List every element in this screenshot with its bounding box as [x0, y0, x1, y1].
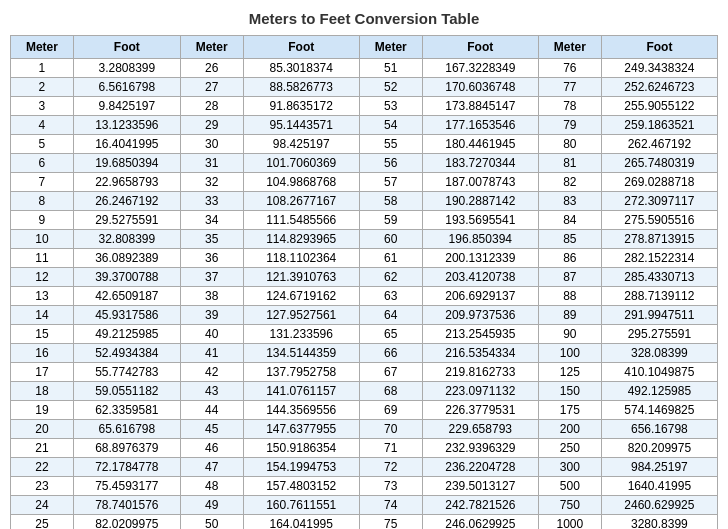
table-cell: 59.0551182	[73, 382, 180, 401]
table-cell: 410.1049875	[601, 363, 717, 382]
table-cell: 63	[359, 287, 422, 306]
table-cell: 62.3359581	[73, 401, 180, 420]
table-cell: 27	[180, 78, 243, 97]
table-row: 1652.493438441134.514435966216.535433410…	[11, 344, 718, 363]
table-cell: 23	[11, 477, 74, 496]
table-cell: 48	[180, 477, 243, 496]
table-cell: 20	[11, 420, 74, 439]
table-cell: 57	[359, 173, 422, 192]
table-cell: 183.7270344	[422, 154, 538, 173]
table-cell: 118.1102364	[243, 249, 359, 268]
table-row: 826.246719233108.267716758190.2887142832…	[11, 192, 718, 211]
table-row: 1032.80839935114.829396560196.8503948527…	[11, 230, 718, 249]
table-cell: 59	[359, 211, 422, 230]
table-cell: 53	[359, 97, 422, 116]
table-header-row: Meter Foot Meter Foot Meter Foot Meter F…	[11, 36, 718, 59]
col-meter-4: Meter	[538, 36, 601, 59]
table-cell: 40	[180, 325, 243, 344]
table-cell: 14	[11, 306, 74, 325]
table-cell: 33	[180, 192, 243, 211]
table-cell: 17	[11, 363, 74, 382]
table-cell: 47	[180, 458, 243, 477]
table-cell: 278.8713915	[601, 230, 717, 249]
table-cell: 200	[538, 420, 601, 439]
table-cell: 52	[359, 78, 422, 97]
table-cell: 272.3097117	[601, 192, 717, 211]
table-cell: 80	[538, 135, 601, 154]
col-foot-2: Foot	[243, 36, 359, 59]
table-cell: 64	[359, 306, 422, 325]
table-cell: 71	[359, 439, 422, 458]
table-cell: 232.9396329	[422, 439, 538, 458]
table-cell: 104.9868768	[243, 173, 359, 192]
table-cell: 8	[11, 192, 74, 211]
table-cell: 36.0892389	[73, 249, 180, 268]
table-cell: 187.0078743	[422, 173, 538, 192]
table-cell: 54	[359, 116, 422, 135]
table-cell: 77	[538, 78, 601, 97]
table-cell: 55	[359, 135, 422, 154]
table-cell: 26.2467192	[73, 192, 180, 211]
table-cell: 75	[359, 515, 422, 530]
table-cell: 76	[538, 59, 601, 78]
table-cell: 65	[359, 325, 422, 344]
table-cell: 275.5905516	[601, 211, 717, 230]
table-cell: 219.8162733	[422, 363, 538, 382]
col-foot-1: Foot	[73, 36, 180, 59]
table-cell: 137.7952758	[243, 363, 359, 382]
table-cell: 134.5144359	[243, 344, 359, 363]
table-cell: 88	[538, 287, 601, 306]
table-cell: 288.7139112	[601, 287, 717, 306]
table-cell: 144.3569556	[243, 401, 359, 420]
table-cell: 269.0288718	[601, 173, 717, 192]
table-cell: 65.616798	[73, 420, 180, 439]
table-cell: 265.7480319	[601, 154, 717, 173]
table-cell: 291.9947511	[601, 306, 717, 325]
table-cell: 500	[538, 477, 601, 496]
table-cell: 12	[11, 268, 74, 287]
table-cell: 72	[359, 458, 422, 477]
table-cell: 150.9186354	[243, 439, 359, 458]
table-cell: 39.3700788	[73, 268, 180, 287]
table-cell: 36	[180, 249, 243, 268]
table-cell: 78.7401576	[73, 496, 180, 515]
table-cell: 108.2677167	[243, 192, 359, 211]
table-cell: 175	[538, 401, 601, 420]
table-cell: 124.6719162	[243, 287, 359, 306]
table-cell: 16.4041995	[73, 135, 180, 154]
table-cell: 25	[11, 515, 74, 530]
table-cell: 101.7060369	[243, 154, 359, 173]
table-cell: 252.6246723	[601, 78, 717, 97]
table-cell: 167.3228349	[422, 59, 538, 78]
table-row: 2478.740157649160.761155174242.782152675…	[11, 496, 718, 515]
table-cell: 21	[11, 439, 74, 458]
table-cell: 7	[11, 173, 74, 192]
table-cell: 3280.8399	[601, 515, 717, 530]
table-cell: 127.9527561	[243, 306, 359, 325]
table-cell: 16	[11, 344, 74, 363]
table-row: 26.56167982788.582677352170.603674877252…	[11, 78, 718, 97]
conversion-table-wrapper: Meter Foot Meter Foot Meter Foot Meter F…	[10, 35, 718, 529]
table-cell: 82	[538, 173, 601, 192]
table-cell: 300	[538, 458, 601, 477]
table-cell: 285.4330713	[601, 268, 717, 287]
table-row: 13.28083992685.301837451167.322834976249…	[11, 59, 718, 78]
table-cell: 259.1863521	[601, 116, 717, 135]
table-row: 1962.335958144144.356955669226.377953117…	[11, 401, 718, 420]
table-cell: 193.5695541	[422, 211, 538, 230]
table-cell: 18	[11, 382, 74, 401]
table-cell: 820.209975	[601, 439, 717, 458]
table-cell: 24	[11, 496, 74, 515]
table-cell: 255.9055122	[601, 97, 717, 116]
table-cell: 216.5354334	[422, 344, 538, 363]
col-foot-3: Foot	[422, 36, 538, 59]
table-cell: 6.5616798	[73, 78, 180, 97]
table-row: 2168.897637946150.918635471232.939632925…	[11, 439, 718, 458]
table-cell: 750	[538, 496, 601, 515]
table-cell: 1000	[538, 515, 601, 530]
table-cell: 87	[538, 268, 601, 287]
table-cell: 125	[538, 363, 601, 382]
col-foot-4: Foot	[601, 36, 717, 59]
table-cell: 68	[359, 382, 422, 401]
table-row: 1136.089238936118.110236461200.131233986…	[11, 249, 718, 268]
